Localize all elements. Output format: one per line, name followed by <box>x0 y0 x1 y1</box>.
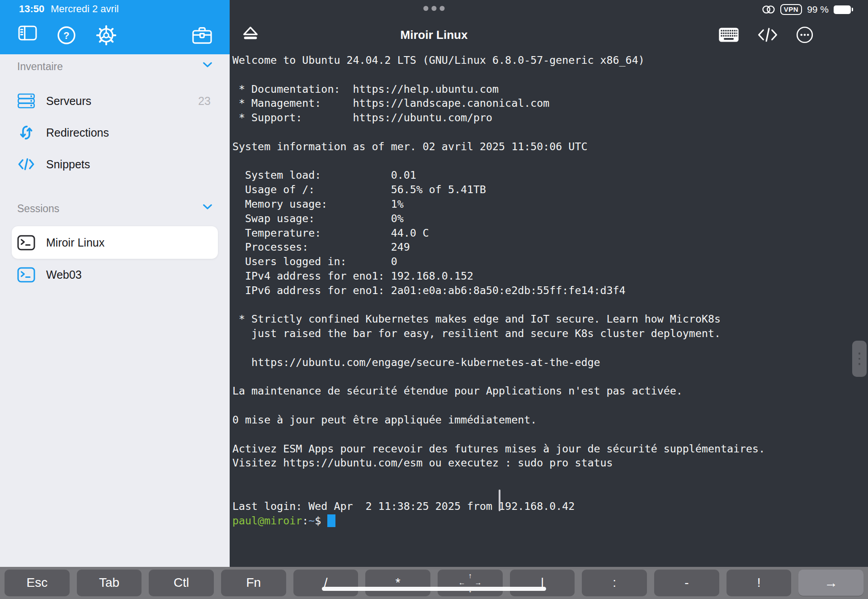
terminal-session-icon <box>17 267 35 283</box>
terminal-line: Welcome to Ubuntu 24.04.2 LTS (GNU/Linux… <box>232 53 765 67</box>
sidebar-item-label: Snippets <box>46 158 90 171</box>
terminal-line: https://ubuntu.com/engage/secure-kuberne… <box>232 355 765 370</box>
sidebar-item-label: Miroir Linux <box>46 236 104 249</box>
slash-key[interactable]: / <box>293 570 359 596</box>
sidebar-item-miroir-linux[interactable]: Miroir Linux <box>12 226 218 259</box>
arrow-up-icon: ↑ <box>468 572 472 580</box>
sidebar-item-web03[interactable]: Web03 <box>0 259 230 290</box>
help-button[interactable]: ? <box>57 26 76 45</box>
terminal-line: IPv4 address for eno1: 192.168.0.152 <box>232 269 765 283</box>
section-label: Sessions <box>17 203 59 214</box>
arrow-right-icon: → <box>475 579 482 586</box>
sidebar-item-redirections[interactable]: Redirections <box>0 117 230 148</box>
more-button[interactable] <box>796 26 813 43</box>
terminal-pane: VPN 99 % <box>230 0 868 567</box>
ctl-key[interactable]: Ctl <box>149 570 214 596</box>
status-time: 13:50 <box>19 3 44 15</box>
scroll-handle[interactable] <box>852 341 867 377</box>
terminal-line: just raised the bar for easy, resilient … <box>232 326 765 341</box>
terminal-output[interactable]: Welcome to Ubuntu 24.04.2 LTS (GNU/Linux… <box>232 53 765 513</box>
terminal-line <box>232 370 765 384</box>
snippets-icon <box>17 157 35 171</box>
disconnect-button[interactable] <box>241 24 260 44</box>
pipe-key[interactable]: | <box>510 570 575 596</box>
battery-icon <box>834 5 851 14</box>
status-bar-left: 13:50 Mercredi 2 avril <box>19 3 119 15</box>
terminal-line: System information as of mer. 02 avril 2… <box>232 139 765 154</box>
asterisk-key[interactable]: * <box>365 570 430 596</box>
prompt-symbol: $ <box>315 514 321 527</box>
sidebar-nav: InventaireServeurs23RedirectionsSnippets… <box>0 54 230 567</box>
terminal-line <box>232 125 765 139</box>
briefcase-icon <box>192 39 212 46</box>
home-indicator[interactable] <box>322 587 546 591</box>
terminal-line: IPv6 address for eno1: 2a01:e0a:ab6:8a50… <box>232 283 765 298</box>
terminal-line <box>232 154 765 168</box>
terminal-line: Visitez https://ubuntu.com/esm ou execut… <box>232 456 765 470</box>
terminal-line <box>232 67 765 82</box>
terminal-line: Temperature: 44.0 C <box>232 226 765 240</box>
sidebar-toggle-button[interactable] <box>18 25 37 41</box>
prompt-separator: : <box>302 514 308 527</box>
keyboard-accessory-bar: EscTabCtlFn/*↑←→↓|:-!→ <box>0 567 868 599</box>
sidebar-item-label: Serveurs <box>46 95 91 108</box>
sidebar-item-label: Web03 <box>46 268 82 281</box>
terminal-line <box>232 298 765 312</box>
terminal-line <box>232 470 765 485</box>
section-header-inventaire[interactable]: Inventaire <box>0 54 230 74</box>
terminal-line: * Documentation: https://help.ubuntu.com <box>232 82 765 96</box>
snippets-code-button[interactable] <box>756 27 779 43</box>
terminal-line: Activez ESM Apps pour recevoir des futur… <box>232 442 765 456</box>
page-title: Miroir Linux <box>401 28 468 42</box>
terminal-line <box>232 427 765 442</box>
terminal-line: 0 mise à jour peut être appliquée immédi… <box>232 413 765 427</box>
sidebar-item-snippets[interactable]: Snippets <box>0 148 230 180</box>
port-forwarding-icon <box>17 124 35 141</box>
text-caret <box>499 490 500 511</box>
prompt-path: ~ <box>308 514 315 527</box>
sidebar-item-label: Redirections <box>46 126 109 139</box>
return-key[interactable]: → <box>798 570 863 596</box>
app-root: 13:50 Mercredi 2 avril ? <box>0 0 868 599</box>
arrow-keys-key[interactable]: ↑←→↓ <box>438 570 503 596</box>
terminal-session-icon <box>17 235 35 251</box>
link-chain-icon <box>762 5 775 14</box>
sidebar-item-serveurs[interactable]: Serveurs23 <box>0 85 230 117</box>
fn-key[interactable]: Fn <box>221 570 286 596</box>
colon-key[interactable]: : <box>582 570 647 596</box>
tab-key[interactable]: Tab <box>77 570 142 596</box>
dash-key[interactable]: - <box>654 570 719 596</box>
servers-icon <box>17 93 35 109</box>
terminal-line <box>232 341 765 355</box>
exclamation-key[interactable]: ! <box>726 570 792 596</box>
terminal-line: Usage of /: 56.5% of 5.41TB <box>232 182 765 197</box>
settings-button[interactable] <box>96 25 117 46</box>
code-icon <box>756 37 779 44</box>
terminal-line: Users logged in: 0 <box>232 254 765 269</box>
terminal-line: La maintenance de sécurité étendue pour … <box>232 384 765 398</box>
keyboard-icon <box>718 37 739 44</box>
terminal-line: System load: 0.01 <box>232 168 765 182</box>
help-icon: ? <box>57 39 76 46</box>
esc-key[interactable]: Esc <box>5 570 70 596</box>
terminal-line: * Management: https://landscape.canonica… <box>232 96 765 110</box>
terminal-line: Memory usage: 1% <box>232 197 765 211</box>
chevron-down-icon <box>203 62 212 68</box>
terminal-line: * Strictly confined Kubernetes makes edg… <box>232 312 765 326</box>
keyboard-button[interactable] <box>718 27 739 43</box>
svg-text:?: ? <box>63 30 69 41</box>
terminal-line: Processes: 249 <box>232 240 765 254</box>
terminal-actions <box>718 26 813 43</box>
section-header-sessions[interactable]: Sessions <box>0 196 230 216</box>
status-date: Mercredi 2 avril <box>51 3 118 15</box>
hosts-toolbox-button[interactable] <box>192 26 212 44</box>
arrow-left-icon: ← <box>458 579 466 586</box>
multitasking-indicator[interactable] <box>424 6 445 11</box>
battery-percent: 99 % <box>807 4 829 15</box>
item-count-badge: 23 <box>198 95 211 108</box>
terminal-line: Swap usage: 0% <box>232 211 765 226</box>
vpn-badge: VPN <box>780 4 802 15</box>
sidebar-toggle-icon <box>18 35 37 42</box>
chevron-down-icon <box>203 204 212 210</box>
terminal-line: * Support: https://ubuntu.com/pro <box>232 110 765 125</box>
